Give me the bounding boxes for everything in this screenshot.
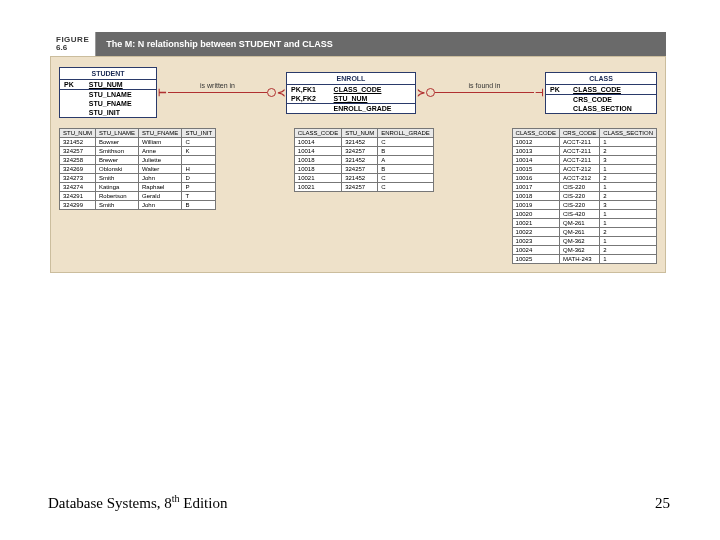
table-student: STU_NUMSTU_LNAMESTU_FNAMESTU_INIT321452B… (59, 128, 216, 210)
figure-number-box: FIGURE 6.6 (50, 32, 96, 56)
entity-enroll-attrs: PK,FK1CLASS_CODEPK,FK2STU_NUMENROLL_GRAD… (287, 85, 415, 113)
data-tables-row: STU_NUMSTU_LNAMESTU_FNAMESTU_INIT321452B… (59, 128, 657, 264)
entity-class-name: CLASS (546, 73, 656, 85)
entity-student-attrs: PKSTU_NUMSTU_LNAMESTU_FNAMESTU_INIT (60, 80, 156, 117)
figure-6-6: FIGURE 6.6 The M: N relationship between… (50, 32, 666, 273)
figure-header: FIGURE 6.6 The M: N relationship between… (50, 32, 666, 56)
rel-left-label: is written in (200, 82, 235, 89)
figure-number: 6.6 (56, 44, 89, 52)
entity-student: STUDENT PKSTU_NUMSTU_LNAMESTU_FNAMESTU_I… (59, 67, 157, 118)
entity-class-attrs: PKCLASS_CODECRS_CODECLASS_SECTION (546, 85, 656, 113)
connector-right: ≻ is found in ⊣ (416, 88, 545, 98)
ring-icon (426, 88, 435, 97)
entity-enroll: ENROLL PK,FK1CLASS_CODEPK,FK2STU_NUMENRO… (286, 72, 416, 114)
entity-enroll-name: ENROLL (287, 73, 415, 85)
footer-sup: th (172, 493, 180, 504)
entity-class: CLASS PKCLASS_CODECRS_CODECLASS_SECTION (545, 72, 657, 114)
footer-text: Database Systems, 8th Edition (48, 493, 227, 512)
crowfoot-icon: ≻ (416, 88, 426, 98)
figure-title: The M: N relationship between STUDENT an… (96, 32, 666, 56)
ring-icon (267, 88, 276, 97)
table-class: CLASS_CODECRS_CODECLASS_SECTION10012ACCT… (512, 128, 657, 264)
entity-student-name: STUDENT (60, 68, 156, 80)
table-enroll: CLASS_CODESTU_NUMENROLL_GRADE10014321452… (294, 128, 434, 192)
crowfoot-icon: ⊢ (157, 88, 168, 98)
footer-part-a: Database Systems, 8 (48, 495, 172, 511)
rel-right-label: is found in (469, 82, 501, 89)
erd-row: STUDENT PKSTU_NUMSTU_LNAMESTU_FNAMESTU_I… (59, 67, 657, 118)
diagram-canvas: STUDENT PKSTU_NUMSTU_LNAMESTU_FNAMESTU_I… (50, 56, 666, 273)
page-number: 25 (655, 495, 670, 512)
connector-left: ⊢ is written in ≺ (157, 88, 286, 98)
crowfoot-icon: ≺ (276, 88, 286, 98)
crowfoot-icon: ⊣ (534, 88, 545, 98)
footer-part-b: Edition (180, 495, 228, 511)
